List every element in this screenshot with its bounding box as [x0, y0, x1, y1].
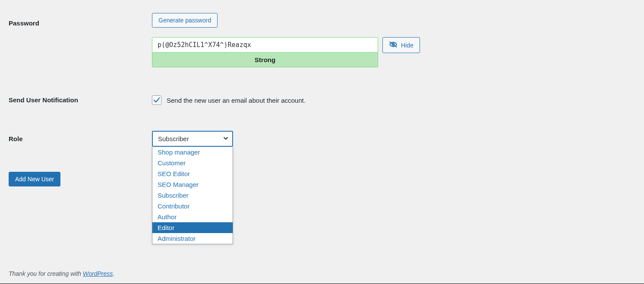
notification-checkbox[interactable]: [152, 95, 161, 105]
role-dropdown: Shop managerCustomerSEO EditorSEO Manage…: [152, 147, 233, 244]
footer: Thank you for creating with WordPress.: [9, 270, 114, 277]
role-option[interactable]: SEO Manager: [152, 179, 233, 190]
role-field: Subscriber Shop managerCustomerSEO Edito…: [152, 131, 635, 147]
role-option[interactable]: Author: [152, 211, 233, 222]
footer-prefix: Thank you for creating with: [9, 270, 83, 277]
footer-suffix: .: [113, 270, 114, 277]
password-label: Password: [9, 13, 152, 27]
check-icon: [153, 96, 161, 104]
eye-slash-icon: [389, 41, 398, 49]
add-user-form: Password Generate password Strong: [0, 13, 644, 186]
password-row: Password Generate password Strong: [0, 13, 644, 67]
password-field-group: Generate password Strong Hide: [152, 13, 635, 67]
hide-password-button[interactable]: Hide: [382, 37, 420, 53]
password-input[interactable]: [152, 37, 378, 53]
wordpress-link[interactable]: WordPress: [83, 270, 113, 277]
password-input-group: Strong: [152, 37, 378, 67]
role-row: Role Subscriber Shop managerCustomerSEO …: [0, 131, 644, 147]
role-option[interactable]: Customer: [152, 158, 233, 168]
password-input-wrap: Strong Hide: [152, 37, 635, 67]
add-new-user-button[interactable]: Add New User: [9, 172, 60, 186]
role-option[interactable]: Contributor: [152, 201, 233, 211]
role-option[interactable]: Administrator: [152, 233, 233, 244]
notification-field: Send the new user an email about their a…: [152, 95, 635, 105]
generate-password-button[interactable]: Generate password: [152, 13, 218, 28]
password-strength-indicator: Strong: [152, 53, 378, 67]
role-option[interactable]: Subscriber: [152, 190, 233, 201]
role-option[interactable]: Shop manager: [152, 147, 233, 158]
role-option[interactable]: Editor: [152, 222, 233, 233]
hide-button-label: Hide: [401, 42, 414, 49]
notification-checkbox-wrap: Send the new user an email about their a…: [152, 95, 635, 105]
role-select-wrap: Subscriber Shop managerCustomerSEO Edito…: [152, 131, 233, 147]
role-select[interactable]: Subscriber: [152, 131, 233, 147]
notification-row: Send User Notification Send the new user…: [0, 95, 644, 105]
role-option[interactable]: SEO Editor: [152, 168, 233, 179]
notification-label: Send User Notification: [9, 95, 152, 104]
submit-row: Add New User: [0, 172, 644, 186]
notification-description: Send the new user an email about their a…: [167, 97, 306, 104]
role-label: Role: [9, 131, 152, 142]
